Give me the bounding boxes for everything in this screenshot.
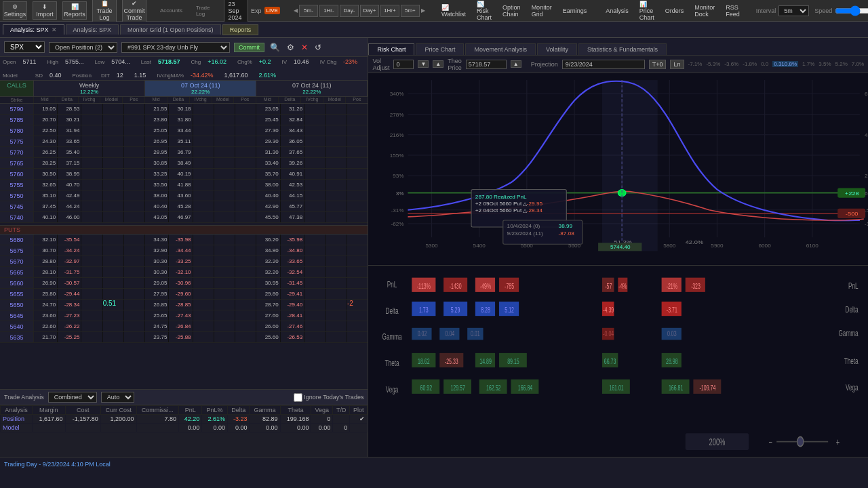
iv-label: IV xyxy=(282,59,288,65)
svg-text:5400: 5400 xyxy=(473,243,486,249)
tab-statistics[interactable]: Statistics & Fundamentals xyxy=(578,43,667,55)
position-select[interactable]: #991 SPX 23-day Unb Fly xyxy=(121,42,230,53)
reload-button[interactable]: ↺ xyxy=(313,43,323,52)
reports-button[interactable]: 📊 Reports xyxy=(62,1,87,20)
earnings-btn[interactable]: Earnings xyxy=(560,6,590,16)
risk-chart-btn[interactable]: 📉 Risk Chart xyxy=(474,0,494,22)
call-row: 5755 32.65 40.70 35.50 41.88 38.00 42.53 xyxy=(0,180,368,190)
monitor-grid-btn[interactable]: Monitor Grid xyxy=(529,3,555,19)
svg-text:-31%: -31% xyxy=(391,207,404,213)
theo-price-label: Theo Price xyxy=(448,58,462,71)
settings2-button[interactable]: ⚙ xyxy=(285,43,296,52)
open-position-select[interactable]: Open Position (2) xyxy=(49,42,117,53)
svg-text:162.52: 162.52 xyxy=(486,384,500,392)
svg-text:155%: 155% xyxy=(390,153,404,159)
svg-text:Theta: Theta xyxy=(385,359,399,367)
settings-button[interactable]: ⚙ Settings xyxy=(3,1,27,20)
ta-ignore-checkbox[interactable]: Ignore Today's Trades xyxy=(294,393,363,402)
chart-controls: Vol Adjust ▼ ▲ Theo Price ▲ Projection T… xyxy=(368,56,868,73)
symbol-select[interactable]: SPX xyxy=(4,41,45,53)
exp-badge: Exp xyxy=(251,7,262,14)
svg-text:89.15: 89.15 xyxy=(508,357,520,365)
monitor-dock-btn[interactable]: Monitor Dock xyxy=(692,3,717,19)
accounts-label: Accounts xyxy=(160,7,182,14)
theo-price-input[interactable] xyxy=(466,60,507,69)
put-row: 5640 22.60 -26.22 24.75 -26.84 26.60 -27… xyxy=(0,321,368,332)
svg-rect-18 xyxy=(602,80,658,251)
ta-col-cost: Cost xyxy=(65,406,100,415)
date-h2: 07 Oct 24 (11) 22.22% xyxy=(145,81,256,96)
search-button[interactable]: 🔍 xyxy=(269,43,281,52)
tab-risk-chart[interactable]: Risk Chart xyxy=(368,43,414,55)
import-button[interactable]: ⬇ Import xyxy=(33,1,57,20)
option-chain-btn[interactable]: Option Chain xyxy=(500,3,524,19)
analysis-btn[interactable]: Analysis xyxy=(603,6,631,16)
svg-text:Vega: Vega xyxy=(846,383,859,392)
nav-next-icon: ▶ xyxy=(421,7,425,14)
svg-text:-3.71: -3.71 xyxy=(667,306,677,314)
model-label: Model xyxy=(3,73,18,79)
t0-btn[interactable]: T+0 xyxy=(649,60,667,69)
price-chart-icon: 📊 xyxy=(639,1,647,7)
nav-5m-minus[interactable]: 5m- xyxy=(299,5,318,17)
svg-text:-500: -500 xyxy=(865,207,868,213)
ivchg-label: IV Chg xyxy=(320,59,336,65)
call-row: 5745 37.45 44.24 40.40 45.28 42.90 45.77 xyxy=(0,201,368,212)
watchlist-btn[interactable]: 📈 Watchlist xyxy=(439,3,469,19)
calls-header: CALLS xyxy=(0,81,34,96)
theo-price-up[interactable]: ▲ xyxy=(511,60,521,68)
ln-btn[interactable]: Ln xyxy=(670,60,684,69)
svg-text:-109.74: -109.74 xyxy=(700,384,716,392)
speed-control: Speed xyxy=(814,7,868,15)
svg-text:14.89: 14.89 xyxy=(480,357,492,365)
ta-mode-select[interactable]: Auto xyxy=(101,392,134,403)
vol-adjust-up[interactable]: ▲ xyxy=(433,60,443,68)
interval-select[interactable]: 5m1HrDay xyxy=(778,5,809,16)
nav-day-plus[interactable]: Day+ xyxy=(360,5,379,17)
tab-volatility[interactable]: Volatility xyxy=(537,43,577,55)
sd-label: SD xyxy=(35,73,43,79)
tab-analysis-spx2[interactable]: Analysis: SPX xyxy=(66,24,119,35)
svg-text:8.28: 8.28 xyxy=(481,306,491,314)
projection-date[interactable] xyxy=(562,60,645,69)
orders-btn[interactable]: Orders xyxy=(663,6,687,16)
vol-adjust-down[interactable]: ▼ xyxy=(418,60,429,68)
speed-slider[interactable] xyxy=(835,7,868,15)
put-row: 5675 30.70 -34.24 32.90 -34.44 34.80 -34… xyxy=(0,245,368,256)
tab-movement-analysis[interactable]: Movement Analysis xyxy=(465,43,536,55)
svg-text:-4%: -4% xyxy=(618,282,627,290)
svg-text:-1,000: -1,000 xyxy=(865,222,868,227)
tab-monitor-grid[interactable]: Monitor Grid (1 Open Positions) xyxy=(120,24,221,35)
tab-close-icon[interactable]: ✕ xyxy=(52,26,57,33)
svg-text:6000: 6000 xyxy=(759,243,771,249)
ivchmapct-value: -34.42% xyxy=(191,72,214,79)
refresh-button[interactable]: ✕ xyxy=(300,43,309,52)
speed-label: Speed xyxy=(814,7,832,14)
nav-1hr-minus[interactable]: 1Hr- xyxy=(319,5,338,17)
svg-text:-29.95: -29.95 xyxy=(527,201,542,206)
nav-5m-plus[interactable]: 5m+ xyxy=(401,5,420,17)
svg-text:600: 600 xyxy=(865,190,868,196)
last-label: Last xyxy=(141,59,151,65)
live-badge: LIVE xyxy=(264,7,280,14)
svg-text:129.57: 129.57 xyxy=(451,384,465,392)
ivchg-value: -23% xyxy=(343,58,357,65)
nav-day-minus[interactable]: Day- xyxy=(340,5,359,17)
rss-feed-btn[interactable]: RSS Feed xyxy=(723,3,743,19)
vol-adjust-input[interactable] xyxy=(393,60,414,69)
tab-price-chart[interactable]: Price Chart xyxy=(416,43,464,55)
puts-section: 5680 32.10 -35.54 34.30 -35.98 36.20 -35… xyxy=(0,235,368,343)
svg-text:28.98: 28.98 xyxy=(666,357,678,365)
trade-log-button[interactable]: 📋 Trade Log xyxy=(92,0,117,23)
svg-text:287.80 Realized PnL: 287.80 Realized PnL xyxy=(475,194,527,199)
svg-text:Theta: Theta xyxy=(844,357,859,365)
price-chart-btn[interactable]: 📊 Price Chart xyxy=(637,0,657,22)
commit-button[interactable]: Commit xyxy=(234,43,264,52)
nav-1hr-plus[interactable]: 1Hr+ xyxy=(380,5,399,17)
tab-reports[interactable]: Reports xyxy=(222,24,259,35)
tab-analysis-spx[interactable]: Analysis: SPX ✕ xyxy=(3,24,64,35)
ta-type-select[interactable]: Combined xyxy=(48,392,97,403)
commit-trade-icon: ✔ xyxy=(132,0,137,7)
date-h1: Weekly 12.22% xyxy=(34,81,145,96)
commit-trade-button[interactable]: ✔ Commit Trade xyxy=(122,0,146,23)
